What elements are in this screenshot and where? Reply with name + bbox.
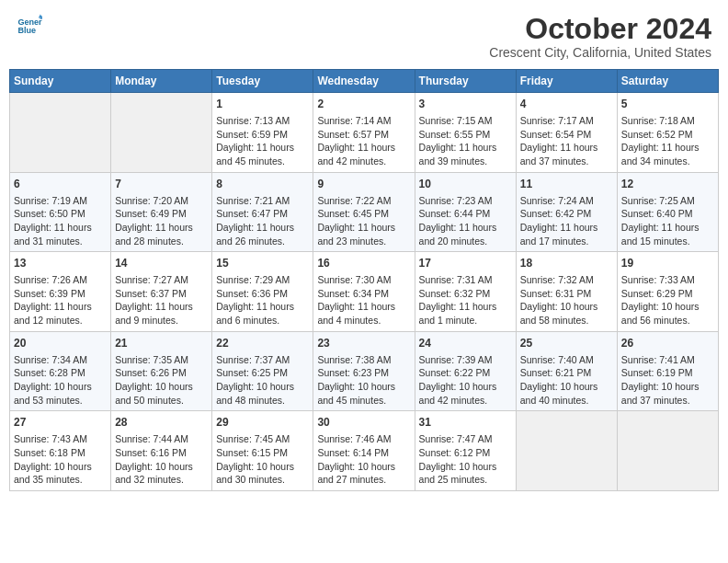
- day-info: Daylight: 11 hours and 4 minutes.: [317, 300, 410, 327]
- header-row: SundayMondayTuesdayWednesdayThursdayFrid…: [10, 70, 719, 93]
- day-number: 28: [115, 415, 208, 431]
- calendar-cell: 2Sunrise: 7:14 AMSunset: 6:57 PMDaylight…: [313, 93, 415, 173]
- header-cell-friday: Friday: [516, 70, 617, 93]
- day-info: Daylight: 10 hours and 50 minutes.: [115, 380, 208, 407]
- day-info: Sunrise: 7:17 AM: [520, 114, 613, 128]
- day-number: 22: [216, 336, 309, 351]
- day-info: Sunset: 6:21 PM: [520, 366, 613, 380]
- day-info: Sunset: 6:52 PM: [621, 128, 714, 142]
- day-info: Sunset: 6:50 PM: [14, 207, 107, 221]
- page-header: General Blue October 2024 Crescent City,…: [9, 9, 719, 63]
- calendar-cell: 5Sunrise: 7:18 AMSunset: 6:52 PMDaylight…: [617, 93, 718, 173]
- day-info: Sunrise: 7:23 AM: [419, 194, 512, 208]
- day-info: Daylight: 10 hours and 40 minutes.: [520, 380, 613, 407]
- day-number: 9: [317, 177, 410, 192]
- day-info: Sunset: 6:25 PM: [216, 366, 309, 380]
- day-info: Sunset: 6:15 PM: [216, 446, 309, 460]
- day-number: 17: [419, 256, 512, 271]
- day-info: Sunset: 6:45 PM: [317, 207, 410, 221]
- day-info: Sunset: 6:26 PM: [115, 366, 208, 380]
- day-number: 30: [317, 415, 410, 431]
- day-info: Sunrise: 7:34 AM: [14, 353, 107, 367]
- day-info: Sunset: 6:54 PM: [520, 128, 613, 142]
- day-info: Sunset: 6:36 PM: [216, 287, 309, 301]
- day-number: 26: [621, 336, 714, 351]
- day-number: 16: [317, 256, 410, 271]
- day-info: Sunset: 6:37 PM: [115, 287, 208, 301]
- day-info: Daylight: 11 hours and 20 minutes.: [419, 221, 512, 247]
- day-info: Sunset: 6:57 PM: [317, 128, 410, 142]
- calendar-table: SundayMondayTuesdayWednesdayThursdayFrid…: [9, 69, 719, 491]
- day-info: Sunrise: 7:32 AM: [520, 273, 613, 287]
- calendar-cell: 26Sunrise: 7:41 AMSunset: 6:19 PMDayligh…: [617, 331, 718, 411]
- calendar-cell: 10Sunrise: 7:23 AMSunset: 6:44 PMDayligh…: [415, 172, 516, 252]
- title-area: October 2024 Crescent City, California, …: [489, 13, 711, 60]
- day-info: Daylight: 11 hours and 23 minutes.: [317, 221, 410, 247]
- calendar-cell: 16Sunrise: 7:30 AMSunset: 6:34 PMDayligh…: [313, 252, 415, 332]
- day-info: Daylight: 10 hours and 45 minutes.: [317, 380, 410, 407]
- calendar-cell: [111, 93, 212, 173]
- day-info: Sunrise: 7:37 AM: [216, 353, 309, 367]
- calendar-cell: 20Sunrise: 7:34 AMSunset: 6:28 PMDayligh…: [10, 331, 111, 411]
- calendar-cell: 7Sunrise: 7:20 AMSunset: 6:49 PMDaylight…: [111, 172, 212, 252]
- day-info: Sunrise: 7:47 AM: [419, 432, 512, 446]
- svg-text:Blue: Blue: [17, 26, 36, 35]
- day-info: Sunrise: 7:13 AM: [216, 114, 309, 128]
- day-number: 8: [216, 177, 309, 192]
- day-info: Sunset: 6:42 PM: [520, 207, 613, 221]
- day-info: Sunset: 6:19 PM: [621, 366, 714, 380]
- header-cell-wednesday: Wednesday: [313, 70, 415, 93]
- day-number: 24: [419, 336, 512, 351]
- day-info: Daylight: 11 hours and 15 minutes.: [621, 221, 714, 247]
- day-number: 1: [216, 97, 309, 112]
- calendar-cell: 19Sunrise: 7:33 AMSunset: 6:29 PMDayligh…: [617, 252, 718, 332]
- day-info: Sunset: 6:22 PM: [419, 366, 512, 380]
- day-info: Sunrise: 7:29 AM: [216, 273, 309, 287]
- day-number: 2: [317, 97, 410, 112]
- day-info: Daylight: 11 hours and 12 minutes.: [14, 300, 107, 327]
- day-info: Sunrise: 7:40 AM: [520, 353, 613, 367]
- day-info: Daylight: 10 hours and 58 minutes.: [520, 300, 613, 327]
- day-number: 13: [14, 256, 107, 271]
- day-info: Daylight: 10 hours and 30 minutes.: [216, 460, 309, 487]
- calendar-cell: 11Sunrise: 7:24 AMSunset: 6:42 PMDayligh…: [516, 172, 617, 252]
- day-info: Sunrise: 7:45 AM: [216, 432, 309, 446]
- day-info: Daylight: 11 hours and 37 minutes.: [520, 141, 613, 167]
- calendar-cell: 14Sunrise: 7:27 AMSunset: 6:37 PMDayligh…: [111, 252, 212, 332]
- week-row-5: 27Sunrise: 7:43 AMSunset: 6:18 PMDayligh…: [10, 411, 719, 491]
- day-info: Sunrise: 7:39 AM: [419, 353, 512, 367]
- calendar-cell: [10, 93, 111, 173]
- day-info: Sunset: 6:12 PM: [419, 446, 512, 460]
- calendar-cell: 27Sunrise: 7:43 AMSunset: 6:18 PMDayligh…: [10, 411, 111, 491]
- day-info: Sunrise: 7:15 AM: [419, 114, 512, 128]
- calendar-cell: 15Sunrise: 7:29 AMSunset: 6:36 PMDayligh…: [212, 252, 313, 332]
- calendar-cell: 22Sunrise: 7:37 AMSunset: 6:25 PMDayligh…: [212, 331, 313, 411]
- day-info: Sunset: 6:32 PM: [419, 287, 512, 301]
- calendar-cell: 18Sunrise: 7:32 AMSunset: 6:31 PMDayligh…: [516, 252, 617, 332]
- day-info: Sunrise: 7:25 AM: [621, 194, 714, 208]
- day-info: Sunrise: 7:31 AM: [419, 273, 512, 287]
- day-number: 31: [419, 415, 512, 431]
- calendar-cell: 21Sunrise: 7:35 AMSunset: 6:26 PMDayligh…: [111, 331, 212, 411]
- logo: General Blue: [17, 13, 42, 39]
- calendar-cell: [617, 411, 718, 491]
- calendar-cell: 8Sunrise: 7:21 AMSunset: 6:47 PMDaylight…: [212, 172, 313, 252]
- day-info: Daylight: 10 hours and 35 minutes.: [14, 460, 107, 487]
- day-info: Sunrise: 7:43 AM: [14, 432, 107, 446]
- calendar-cell: 30Sunrise: 7:46 AMSunset: 6:14 PMDayligh…: [313, 411, 415, 491]
- day-info: Sunrise: 7:26 AM: [14, 273, 107, 287]
- day-info: Daylight: 11 hours and 28 minutes.: [115, 221, 208, 247]
- calendar-cell: 31Sunrise: 7:47 AMSunset: 6:12 PMDayligh…: [415, 411, 516, 491]
- day-info: Sunrise: 7:24 AM: [520, 194, 613, 208]
- calendar-cell: 23Sunrise: 7:38 AMSunset: 6:23 PMDayligh…: [313, 331, 415, 411]
- day-info: Daylight: 10 hours and 53 minutes.: [14, 380, 107, 407]
- day-number: 4: [520, 97, 613, 112]
- day-number: 15: [216, 256, 309, 271]
- day-info: Sunrise: 7:38 AM: [317, 353, 410, 367]
- day-number: 3: [419, 97, 512, 112]
- header-cell-monday: Monday: [111, 70, 212, 93]
- day-info: Sunrise: 7:33 AM: [621, 273, 714, 287]
- day-info: Sunset: 6:39 PM: [14, 287, 107, 301]
- day-number: 29: [216, 415, 309, 431]
- day-info: Daylight: 10 hours and 42 minutes.: [419, 380, 512, 407]
